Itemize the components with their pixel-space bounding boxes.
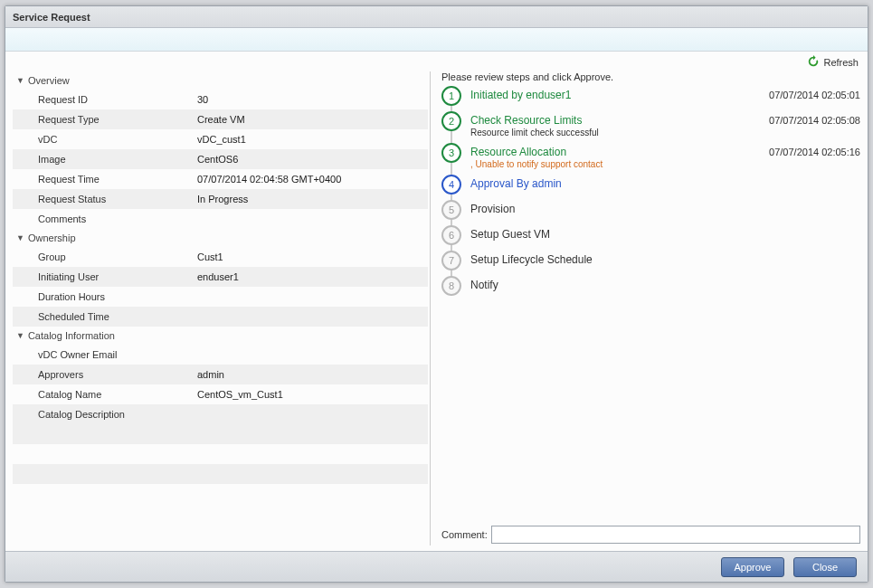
workflow-step: 3Resource Allocation07/07/2014 02:05:16,… — [441, 143, 860, 169]
close-button[interactable]: Close — [793, 557, 857, 577]
step-title: Initiated by enduser1 — [470, 89, 571, 101]
section-overview-title: Overview — [28, 75, 70, 86]
chevron-down-icon: ▼ — [16, 76, 24, 85]
step-number: 5 — [441, 200, 461, 220]
toolbar-strip — [5, 28, 868, 52]
service-request-dialog: Service Request Refresh ▼ Overview Reque… — [5, 5, 868, 583]
comment-area: Comment: — [441, 522, 860, 545]
chevron-down-icon: ▼ — [16, 331, 24, 340]
refresh-button[interactable]: Refresh — [807, 55, 859, 70]
workflow-step: 6Setup Guest VM — [441, 225, 860, 245]
refresh-bar: Refresh — [5, 52, 868, 71]
steps-list: 1Initiated by enduser107/07/2014 02:05:0… — [441, 86, 860, 522]
row-request-type: Request Type Create VM — [13, 109, 428, 129]
step-number: 1 — [441, 86, 461, 106]
refresh-label: Refresh — [823, 57, 859, 68]
row-scheduled-time: Scheduled Time — [13, 307, 428, 327]
steps-intro: Please review steps and click Approve. — [441, 71, 860, 82]
section-catalog-header[interactable]: ▼ Catalog Information — [13, 327, 428, 345]
workflow-step: 4Approval By admin — [441, 175, 860, 194]
dialog-header: Service Request — [5, 6, 868, 28]
step-number: 7 — [441, 251, 461, 270]
tail-blank-rows — [13, 424, 428, 504]
row-request-time: Request Time 07/07/2014 02:04:58 GMT+040… — [13, 169, 428, 189]
section-ownership-header[interactable]: ▼ Ownership — [13, 229, 428, 247]
row-request-status: Request Status In Progress — [13, 189, 428, 209]
step-subtitle: , Unable to notify support contact — [470, 159, 860, 169]
refresh-icon — [807, 55, 820, 70]
content-area: ▼ Overview Request ID 30 Request Type Cr… — [5, 71, 868, 551]
workflow-step: 2Check Resource Limits07/07/2014 02:05:0… — [441, 111, 860, 138]
step-timestamp: 07/07/2014 02:05:01 — [769, 90, 860, 100]
row-vdc: vDC vDC_cust1 — [13, 129, 428, 149]
row-request-id: Request ID 30 — [13, 90, 428, 109]
footer-bar: Approve Close — [5, 551, 868, 582]
row-comments: Comments — [13, 209, 428, 229]
section-overview-header[interactable]: ▼ Overview — [13, 71, 428, 90]
step-body: Setup Guest VM — [470, 225, 860, 241]
chevron-down-icon: ▼ — [16, 233, 24, 242]
step-title: Approval By admin — [470, 177, 562, 190]
step-number: 8 — [441, 276, 461, 296]
step-number: 4 — [441, 175, 461, 194]
workflow-step: 7Setup Lifecycle Schedule — [441, 251, 860, 270]
step-subtitle: Resource limit check successful — [470, 128, 860, 138]
step-body: Provision — [470, 200, 860, 215]
section-catalog-title: Catalog Information — [28, 330, 115, 341]
step-title: Provision — [470, 203, 515, 215]
step-title: Setup Lifecycle Schedule — [470, 253, 593, 266]
comment-label: Comment: — [441, 529, 488, 540]
workflow-panel: Please review steps and click Approve. 1… — [431, 71, 860, 545]
step-timestamp: 07/07/2014 02:05:16 — [769, 147, 860, 157]
details-panel: ▼ Overview Request ID 30 Request Type Cr… — [13, 71, 431, 545]
row-duration-hours: Duration Hours — [13, 287, 428, 307]
step-number: 2 — [441, 111, 461, 131]
step-number: 3 — [441, 143, 461, 163]
section-ownership-title: Ownership — [28, 232, 76, 243]
step-body: Approval By admin — [470, 175, 860, 190]
step-body: Resource Allocation07/07/2014 02:05:16, … — [470, 143, 860, 169]
row-group: Group Cust1 — [13, 247, 428, 267]
approve-button[interactable]: Approve — [721, 557, 784, 577]
step-title: Setup Guest VM — [470, 228, 550, 241]
row-vdc-owner-email: vDC Owner Email — [13, 345, 428, 365]
step-body: Check Resource Limits07/07/2014 02:05:08… — [470, 111, 860, 138]
row-initiating-user: Initiating User enduser1 — [13, 267, 428, 287]
row-catalog-name: Catalog Name CentOS_vm_Cust1 — [13, 384, 428, 404]
step-title: Check Resource Limits — [470, 114, 582, 127]
step-body: Initiated by enduser107/07/2014 02:05:01 — [470, 86, 860, 101]
step-number: 6 — [441, 225, 461, 245]
workflow-step: 1Initiated by enduser107/07/2014 02:05:0… — [441, 86, 860, 106]
step-body: Setup Lifecycle Schedule — [470, 251, 860, 266]
row-catalog-description: Catalog Description — [13, 404, 428, 424]
row-approvers: Approvers admin — [13, 365, 428, 384]
step-body: Notify — [470, 276, 860, 291]
workflow-step: 5Provision — [441, 200, 860, 220]
step-title: Resource Allocation — [470, 146, 566, 158]
row-image: Image CentOS6 — [13, 149, 428, 169]
workflow-step: 8Notify — [441, 276, 860, 296]
step-title: Notify — [470, 279, 498, 291]
comment-input[interactable] — [491, 526, 860, 544]
dialog-title: Service Request — [13, 12, 90, 23]
step-timestamp: 07/07/2014 02:05:08 — [769, 115, 860, 126]
